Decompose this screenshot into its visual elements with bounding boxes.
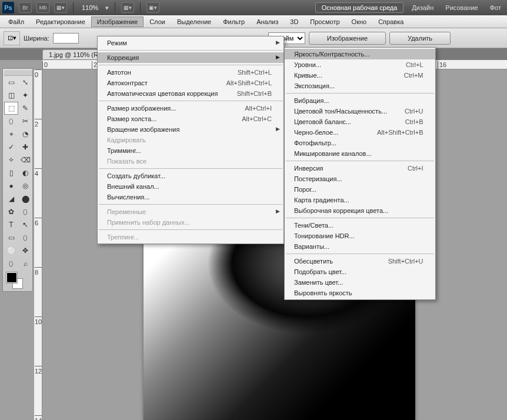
menu-item[interactable]: Вычисления... [98,192,283,202]
menu-item[interactable]: Цветовой тон/Насыщенность...Ctrl+U [285,106,435,116]
tool-button[interactable]: ◢ [4,192,18,205]
menu-файл[interactable]: Файл [2,16,30,27]
menu-окно[interactable]: Окно [346,16,373,27]
workspace-link[interactable]: Рисование [442,4,481,11]
tool-button[interactable]: ⬯ [4,115,18,128]
bridge-icon[interactable]: Br [19,2,32,13]
menu-item[interactable]: Выровнять яркость [285,288,435,298]
menu-просмотр[interactable]: Просмотр [304,16,345,27]
arrange-documents-icon[interactable]: ▦▾ [121,2,134,13]
menu-item[interactable]: Тонирование HDR... [285,231,435,241]
menu-item[interactable]: Подобрать цвет... [285,266,435,277]
tool-button[interactable]: ◎ [18,179,32,192]
tool-button[interactable]: ✿ [4,205,18,218]
menu-item[interactable]: Черно-белое...Alt+Shift+Ctrl+B [285,127,435,138]
menu-item[interactable]: Внешний канал... [98,181,283,192]
menu-shortcut: Alt+Ctrl+C [242,115,272,122]
tool-button[interactable]: ↖ [18,218,32,231]
menu-item[interactable]: Вибрация... [285,95,435,106]
menu-item[interactable]: ИнверсияCtrl+I [285,163,435,174]
tool-button[interactable]: ⬯ [4,257,18,270]
tool-button[interactable]: ◔ [18,128,32,141]
menu-item[interactable]: Фотофильтр... [285,138,435,148]
panel-grip[interactable] [4,70,32,76]
tool-button[interactable]: ▭ [4,76,18,89]
menu-item[interactable]: Постеризация... [285,174,435,184]
tool-button[interactable]: ✓ [4,141,18,154]
menu-item[interactable]: АвтоконтрастAlt+Shift+Ctrl+L [98,78,283,88]
menu-анализ[interactable]: Анализ [251,16,284,27]
menu-3d[interactable]: 3D [284,16,304,27]
menu-item[interactable]: Яркость/Контрастность... [285,49,435,59]
crop-tool-icon[interactable]: ⊡▾ [4,31,20,45]
menu-item: Показать все [98,156,283,166]
tool-button[interactable]: ● [4,179,18,192]
menu-item[interactable]: Карта градиента... [285,195,435,205]
tool-button[interactable]: ▯ [4,166,18,179]
menu-слои[interactable]: Слои [144,16,171,27]
menu-item[interactable]: Выборочная коррекция цвета... [285,205,435,216]
tool-button[interactable]: ⬯ [18,205,32,218]
workspace-switcher-button[interactable]: Основная рабочая среда [315,2,404,13]
tool-button[interactable]: ⚪ [4,244,18,257]
menu-item[interactable]: Вращение изображения▶ [98,124,283,135]
menu-item[interactable]: Создать дубликат... [98,171,283,181]
menu-item[interactable]: Цветовой баланс...Ctrl+B [285,116,435,127]
menu-изображение[interactable]: Изображение [91,16,144,27]
menu-фильтр[interactable]: Фильтр [217,16,251,27]
menu-item[interactable]: Тримминг... [98,145,283,156]
menu-item[interactable]: Порог... [285,184,435,195]
tool-button[interactable]: ✥ [18,244,32,257]
menu-item[interactable]: Варианты... [285,241,435,252]
menu-редактирование[interactable]: Редактирование [30,16,91,27]
foreground-color-swatch[interactable] [6,272,17,283]
menu-item-label: Обесцветить [294,258,333,265]
menu-item[interactable]: Режим▶ [98,38,283,48]
menu-shortcut: Shift+Ctrl+U [388,258,423,265]
tool-button[interactable]: ✎ [18,102,32,115]
dropdown-icon[interactable]: ▾ [105,4,109,12]
menu-item[interactable]: Микширование каналов... [285,148,435,159]
view-extras-icon[interactable]: ▦▾ [54,2,67,13]
tool-button[interactable]: ✦ [18,89,32,102]
tool-button[interactable]: ⬚ [4,102,18,115]
minibridge-icon[interactable]: Mb [36,2,49,13]
color-swatches[interactable] [4,272,32,290]
menu-выделение[interactable]: Выделение [171,16,217,27]
menu-справка[interactable]: Справка [372,16,409,27]
menu-item[interactable]: АвтотонShift+Ctrl+L [98,67,283,78]
menu-item[interactable]: Размер изображения...Alt+Ctrl+I [98,103,283,114]
menu-item[interactable]: Кривые...Ctrl+M [285,70,435,81]
zoom-level[interactable]: 110% [79,4,101,11]
menu-item[interactable]: ОбесцветитьShift+Ctrl+U [285,256,435,266]
document-tab[interactable]: 1.jpg @ 110% (R [42,49,105,59]
menu-item[interactable]: Коррекция▶ [98,52,283,63]
tool-button[interactable]: ⬯ [18,231,32,244]
tool-button[interactable]: ⤡ [18,76,32,89]
tool-button[interactable]: ⌖ [4,128,18,141]
workspace-link[interactable]: Дизайн [408,4,437,11]
menu-item[interactable]: Заменить цвет... [285,277,435,288]
delete-button[interactable]: Удалить [389,32,451,45]
workspace-link[interactable]: Фот [486,4,505,11]
menu-item[interactable]: Автоматическая цветовая коррекцияShift+C… [98,88,283,99]
tool-button[interactable]: ◫ [4,89,18,102]
menu-item-label: Микширование каналов... [294,150,372,157]
width-input[interactable] [53,33,79,44]
tool-button[interactable]: ◐ [18,166,32,179]
menu-item[interactable]: Экспозиция... [285,81,435,91]
tool-button[interactable]: ⬤ [18,192,32,205]
menu-item-label: Инверсия [294,165,323,172]
tool-button[interactable]: ✂ [18,115,32,128]
tool-button[interactable]: ▭ [4,231,18,244]
tool-button[interactable]: T [4,218,18,231]
menu-item[interactable]: Уровни...Ctrl+L [285,59,435,70]
tool-button[interactable]: ⌫ [18,154,32,166]
menu-item[interactable]: Тени/Света... [285,220,435,231]
menu-item[interactable]: Размер холста...Alt+Ctrl+C [98,114,283,124]
image-button[interactable]: Изображение [309,32,386,45]
tool-button[interactable]: ✚ [18,141,32,154]
tool-button[interactable]: ✧ [4,154,18,166]
screen-mode-icon[interactable]: ▣▾ [146,2,159,13]
tool-button[interactable]: ⌕ [18,257,32,270]
